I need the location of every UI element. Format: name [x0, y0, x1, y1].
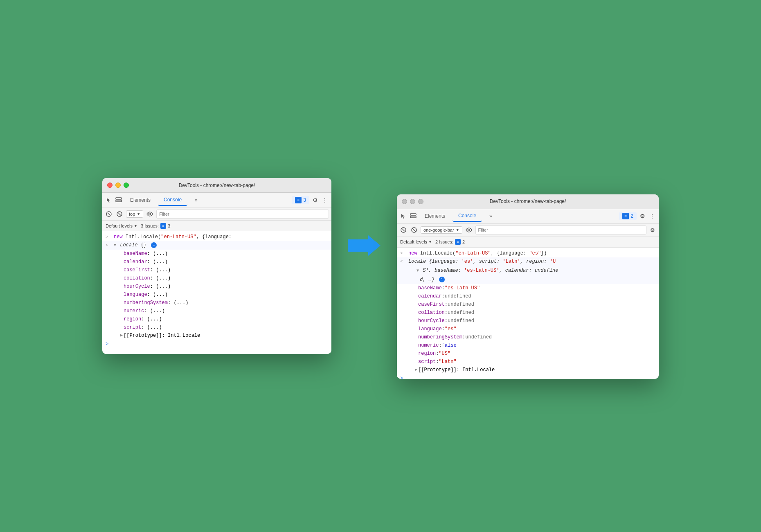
- input-caret-2: >: [400, 250, 403, 257]
- svg-line-3: [108, 213, 110, 215]
- svg-line-13: [412, 228, 416, 232]
- prop-language-1: language: (...): [102, 291, 331, 299]
- dropdown-arrow-1: ▼: [137, 212, 140, 216]
- prompt-line-1: >: [102, 340, 331, 343]
- svg-point-14: [468, 229, 470, 231]
- prop-calendar-2: calendar: undefined: [397, 292, 659, 300]
- cursor-icon[interactable]: [105, 196, 113, 204]
- issues-count-badge-1: 3 Issues: ≡ 3: [141, 223, 170, 229]
- input-caret-1: >: [106, 233, 108, 241]
- minimize-button[interactable]: [115, 183, 121, 188]
- tab-console-1[interactable]: Console: [158, 194, 187, 206]
- context-selector-1[interactable]: top ▼: [126, 210, 143, 218]
- proto-arrow-1[interactable]: ▶: [120, 332, 123, 339]
- between-arrow: [348, 233, 380, 258]
- proto-arrow-2[interactable]: ▶: [415, 366, 417, 374]
- tab-elements-1[interactable]: Elements: [124, 195, 156, 205]
- expand-arrow-2[interactable]: ▼: [417, 268, 419, 273]
- devtools-window-2: DevTools - chrome://new-tab-page/ Elemen…: [397, 194, 659, 379]
- tab-console-2[interactable]: Console: [453, 210, 482, 222]
- expand-arrow-1[interactable]: ▼: [114, 243, 116, 248]
- traffic-lights-1: [107, 183, 129, 188]
- levels-dropdown-2[interactable]: Default levels ▼: [400, 239, 432, 244]
- prop-proto-2: ▶ [[Prototype]]: Intl.Locale: [397, 366, 659, 374]
- console-content-1: > new Intl.Locale("en-Latn-US", {languag…: [102, 231, 331, 354]
- msg-icon-2: ≡: [455, 239, 461, 245]
- prop-baseName-2: baseName: "es-Latn-US": [397, 284, 659, 292]
- maximize-button[interactable]: [124, 183, 129, 188]
- prompt-line-2: >: [397, 374, 659, 377]
- prop-hourCycle-1: hourCycle: (...): [102, 282, 331, 291]
- context-value-2: one-google-bar: [423, 228, 454, 232]
- console-content-2: > new Intl.Locale("en-Latn-US", {languag…: [397, 248, 659, 379]
- svg-marker-7: [348, 235, 380, 256]
- minimize-button-2[interactable]: [410, 199, 415, 204]
- layers-icon[interactable]: [115, 196, 123, 204]
- tab-toolbar-1: Elements Console » ≡ 3 ⚙ ⋮: [102, 193, 331, 207]
- layers-icon-2[interactable]: [409, 212, 417, 220]
- tab-toolbar-2: Elements Console » ≡ 2 ⚙ ⋮: [397, 209, 659, 224]
- tab-more-1[interactable]: »: [189, 195, 203, 205]
- window-title-2: DevTools - chrome://new-tab-page/: [490, 198, 566, 204]
- prop-hourCycle-2: hourCycle: undefined: [397, 317, 659, 325]
- svg-rect-1: [116, 200, 122, 202]
- more-icon-1[interactable]: ⋮: [321, 196, 329, 204]
- traffic-lights-2: [402, 199, 423, 204]
- console-toolbar-1: top ▼: [102, 207, 331, 221]
- tab-elements-2[interactable]: Elements: [419, 211, 451, 221]
- clear-icon-1[interactable]: [105, 210, 113, 218]
- message-icon-1: ≡: [295, 197, 302, 203]
- filter-input-2[interactable]: [475, 225, 646, 234]
- prop-numeric-2: numeric: false: [397, 341, 659, 349]
- prop-calendar-1: calendar: (...): [102, 258, 331, 266]
- svg-rect-8: [410, 214, 416, 215]
- badge-count-1: 3: [303, 197, 306, 203]
- prop-numeric-1: numeric: (...): [102, 307, 331, 315]
- prop-script-2: script: "Latn": [397, 358, 659, 366]
- message-icon-2: ≡: [622, 213, 629, 219]
- settings-icon-1[interactable]: ⚙: [311, 196, 319, 204]
- filter-settings-icon[interactable]: ⚙: [649, 226, 656, 234]
- svg-line-11: [402, 229, 405, 231]
- prop-script-1: script: (...): [102, 323, 331, 331]
- info-badge-1: i: [151, 242, 157, 248]
- svg-point-6: [149, 213, 151, 215]
- dropdown-arrow-2: ▼: [456, 228, 459, 232]
- clear-icon-2[interactable]: [399, 226, 408, 234]
- prop-region-2: region: "US": [397, 349, 659, 358]
- close-button[interactable]: [107, 183, 113, 188]
- more-icon-2[interactable]: ⋮: [648, 212, 656, 220]
- maximize-button-2[interactable]: [418, 199, 423, 204]
- prompt-caret-2: >: [400, 376, 403, 379]
- cursor-icon-2[interactable]: [399, 212, 408, 220]
- context-value-1: top: [129, 212, 135, 216]
- ban-icon-1[interactable]: [115, 210, 124, 218]
- prop-numberingSystem-1: numberingSystem: (...): [102, 299, 331, 307]
- input-line-1: > new Intl.Locale("en-Latn-US", {languag…: [102, 233, 331, 241]
- issues-badge-btn-1[interactable]: ≡ 3: [292, 196, 309, 204]
- window-title-1: DevTools - chrome://new-tab-page/: [179, 183, 255, 188]
- issues-count-badge-2: 2 Issues: ≡ 2: [435, 239, 465, 245]
- msg-icon-1: ≡: [160, 223, 166, 229]
- titlebar-2: DevTools - chrome://new-tab-page/: [397, 194, 659, 209]
- close-button-2[interactable]: [402, 199, 407, 204]
- context-selector-2[interactable]: one-google-bar ▼: [421, 226, 462, 234]
- prop-collation-1: collation: (...): [102, 274, 331, 282]
- tab-more-2[interactable]: »: [484, 211, 498, 221]
- prop-caseFirst-2: caseFirst: undefined: [397, 300, 659, 309]
- settings-icon-2[interactable]: ⚙: [638, 212, 646, 220]
- prop-caseFirst-1: caseFirst: (...): [102, 266, 331, 274]
- eye-icon-1[interactable]: [146, 210, 154, 218]
- filter-input-1[interactable]: [156, 210, 329, 219]
- scene: DevTools - chrome://new-tab-page/ Elemen…: [102, 153, 659, 379]
- issues-badge-btn-2[interactable]: ≡ 2: [619, 212, 637, 220]
- levels-dropdown-1[interactable]: Default levels ▼: [106, 223, 137, 228]
- svg-line-5: [118, 212, 122, 216]
- ban-icon-2[interactable]: [410, 226, 418, 234]
- issues-bar-2: Default levels ▼ 2 Issues: ≡ 2: [397, 237, 659, 248]
- input-line-2: > new Intl.Locale("en-Latn-US", {languag…: [397, 249, 659, 257]
- svg-rect-0: [116, 198, 122, 199]
- issues-bar-1: Default levels ▼ 3 Issues: ≡ 3: [102, 221, 331, 231]
- eye-icon-2[interactable]: [465, 226, 473, 234]
- prompt-caret-1: >: [106, 341, 108, 347]
